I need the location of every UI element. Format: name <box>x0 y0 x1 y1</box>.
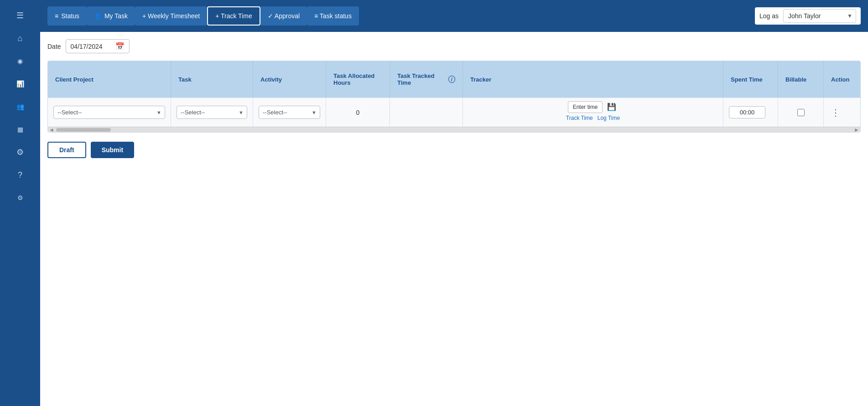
my-task-icon: 👤 <box>94 12 102 20</box>
task-select[interactable]: --Select-- <box>177 106 247 119</box>
task-tracked-time-col: Task Tracked Time i <box>390 61 463 98</box>
date-label: Date <box>47 43 61 50</box>
sidebar: ☰ ⌂ ◉ 📊 👥 ▦ ⚙ ? ⚙ <box>0 0 40 406</box>
task-cell: --Select-- ▼ <box>171 98 253 127</box>
camera-icon[interactable]: ◉ <box>10 51 30 71</box>
activity-col: Activity <box>253 61 326 98</box>
allocated-hours-value: 0 <box>356 109 360 116</box>
action-menu-button[interactable]: ⋮ <box>829 108 842 117</box>
client-project-select-wrapper: --Select-- ▼ <box>53 106 165 119</box>
horizontal-scrollbar[interactable]: ◄ ► <box>48 127 860 132</box>
tracker-col: Tracker <box>463 61 723 98</box>
content-area: Date 📅 Client Project Task Activity <box>40 32 868 406</box>
calendar-icon[interactable]: 📅 <box>115 42 125 51</box>
approval-nav-btn[interactable]: ✓ Approval <box>260 6 307 26</box>
weekly-timesheet-nav-btn[interactable]: + Weekly Timesheet <box>135 6 207 26</box>
billable-cell <box>778 98 824 127</box>
activity-select[interactable]: --Select-- <box>259 106 320 119</box>
hamburger-menu-icon[interactable]: ☰ <box>10 5 30 26</box>
users-icon[interactable]: 👥 <box>10 97 30 117</box>
action-cell: ⋮ <box>824 98 860 127</box>
task-status-label: ≡ Task status <box>314 12 352 20</box>
track-time-label: + Track Time <box>215 12 252 20</box>
tracker-cell: Enter time 💾 Track Time Log Time <box>463 98 723 127</box>
log-as-label: Log as <box>759 12 779 20</box>
table-header: Client Project Task Activity Task Alloca… <box>48 61 860 98</box>
admin-icon[interactable]: ⚙ <box>10 188 30 208</box>
scroll-right-arrow[interactable]: ► <box>854 127 859 133</box>
spent-time-cell <box>723 98 778 127</box>
save-icon-button[interactable]: 💾 <box>605 101 618 113</box>
table-icon[interactable]: ▦ <box>10 119 30 139</box>
enter-time-button[interactable]: Enter time <box>568 101 603 113</box>
settings-icon[interactable]: ⚙ <box>10 142 30 162</box>
log-time-link[interactable]: Log Time <box>598 115 620 121</box>
billable-checkbox[interactable] <box>797 109 805 116</box>
client-project-select[interactable]: --Select-- <box>53 106 165 119</box>
task-status-nav-btn[interactable]: ≡ Task status <box>307 6 359 26</box>
tracked-time-cell <box>390 98 463 127</box>
spent-time-input[interactable] <box>729 106 765 118</box>
allocated-hours-cell: 0 <box>326 98 390 127</box>
client-project-col: Client Project <box>48 61 171 98</box>
spent-time-col: Spent Time <box>723 61 778 98</box>
my-task-nav-btn[interactable]: 👤 My Task <box>87 6 135 26</box>
task-col: Task <box>171 61 253 98</box>
date-input[interactable] <box>71 43 112 50</box>
submit-button[interactable]: Submit <box>91 142 134 158</box>
log-as-area: Log as John Taylor ▼ <box>755 7 861 25</box>
help-icon[interactable]: ? <box>10 165 30 185</box>
my-task-nav-label: My Task <box>104 12 128 20</box>
home-icon[interactable]: ⌂ <box>10 28 30 48</box>
task-allocated-hours-col: Task Allocated Hours <box>326 61 390 98</box>
main-content: ≡ Status 👤 My Task + Weekly Timesheet + … <box>40 0 868 406</box>
top-nav: ≡ Status 👤 My Task + Weekly Timesheet + … <box>40 0 868 32</box>
track-time-link[interactable]: Track Time <box>566 115 593 121</box>
log-as-wrapper: John Taylor ▼ <box>783 9 856 23</box>
draft-button[interactable]: Draft <box>47 142 86 158</box>
tracker-links: Track Time Log Time <box>566 115 620 121</box>
table-row: --Select-- ▼ --Select-- ▼ <box>48 98 860 127</box>
track-time-nav-btn[interactable]: + Track Time <box>207 6 260 26</box>
billable-col: Billable <box>778 61 824 98</box>
task-tracked-time-info-icon[interactable]: i <box>448 76 455 83</box>
bottom-buttons: Draft Submit <box>47 142 861 158</box>
date-input-wrapper: 📅 <box>66 39 130 53</box>
client-project-cell: --Select-- ▼ <box>48 98 171 127</box>
approval-label: ✓ Approval <box>268 12 300 20</box>
task-select-wrapper: --Select-- ▼ <box>177 106 247 119</box>
scroll-thumb <box>56 128 111 132</box>
action-col: Action <box>824 61 860 98</box>
table-container: Client Project Task Activity Task Alloca… <box>47 61 861 133</box>
chart-icon[interactable]: 📊 <box>10 74 30 94</box>
top-nav-inner: ≡ Status 👤 My Task + Weekly Timesheet + … <box>47 6 861 26</box>
status-nav-btn[interactable]: ≡ Status <box>47 6 87 26</box>
scroll-left-arrow[interactable]: ◄ <box>49 127 54 133</box>
log-as-select[interactable]: John Taylor <box>783 9 856 23</box>
status-nav-label: Status <box>61 12 79 20</box>
date-row: Date 📅 <box>47 39 861 53</box>
activity-cell: --Select-- ▼ <box>253 98 326 127</box>
status-icon: ≡ <box>55 12 58 20</box>
weekly-timesheet-label: + Weekly Timesheet <box>142 12 200 20</box>
activity-select-wrapper: --Select-- ▼ <box>259 106 320 119</box>
